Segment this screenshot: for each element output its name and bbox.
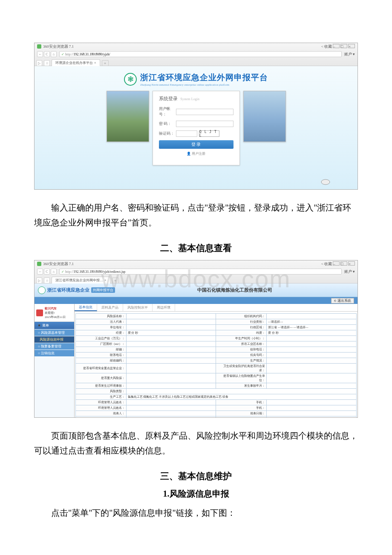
address-bar[interactable]: ✓ http://192.168.31.180:8080/yjzh/redire… (59, 269, 342, 275)
field-value[interactable] (267, 416, 357, 418)
maximize-button[interactable]: □ (340, 44, 347, 48)
field-value[interactable] (126, 373, 216, 383)
sidebar-item-plan[interactable]: ○ 预案备案管理 (35, 343, 74, 350)
field-value[interactable] (126, 353, 216, 358)
field-value[interactable]: 氯氟化工艺 偶氮化工艺 不涉及以上危险工艺过程或国家规定的其他工艺/设备 (126, 394, 356, 400)
field-value[interactable] (126, 336, 216, 341)
tab-close-icon[interactable]: × (94, 61, 96, 65)
field-value[interactable]: 度 分 秒 (267, 330, 357, 336)
field-value[interactable] (267, 314, 357, 319)
field-value[interactable] (126, 411, 216, 416)
tab-3[interactable]: 周边环境 (153, 304, 175, 311)
nav-forward-button[interactable]: C (44, 269, 50, 275)
field-value[interactable] (267, 411, 357, 416)
new-tab-button[interactable]: + (112, 278, 119, 283)
tab-list-button[interactable]: ▷ (36, 278, 42, 283)
welcome-text: 欢迎您! (45, 311, 66, 315)
nav-home-button[interactable]: ⌂ (51, 51, 57, 57)
bookmark-button[interactable]: ☆ (44, 60, 50, 66)
nav-forward-button[interactable]: C (44, 51, 50, 57)
nav-home-button[interactable]: ⌂ (51, 269, 57, 275)
table-row: 环境管理人员姓名：手机： (76, 405, 357, 411)
content-tabs: 基本信息原料及产品风险控制水平周边环境 (75, 304, 357, 312)
field-value[interactable] (126, 347, 216, 353)
field-label: 审核人： (76, 416, 127, 418)
field-value[interactable] (267, 405, 357, 411)
field-value[interactable] (126, 358, 216, 364)
nav-back-button[interactable]: ← (37, 269, 43, 275)
field-label: 邮政编码： (76, 358, 127, 364)
maximize-button[interactable]: □ (340, 261, 347, 266)
user-input[interactable] (176, 109, 233, 115)
exit-button[interactable]: ⎋ 退出系统 (331, 298, 354, 304)
field-value[interactable] (267, 353, 357, 358)
field-value[interactable]: 浙江省 ---请选择--- ---请选择--- (267, 325, 357, 330)
register-link[interactable]: 用户注册 (192, 152, 205, 156)
address-bar[interactable]: ✓ http://192.168.31.180:8080/yjzh/ (59, 51, 342, 57)
field-value[interactable] (267, 358, 357, 364)
bookmark-button[interactable]: ☆ (44, 278, 50, 283)
password-input[interactable] (176, 121, 233, 127)
page-content: 360安全浏览器 7.1 < 收藏 – □ × ← C ⌂ ✓ http://1… (0, 0, 392, 549)
field-value[interactable] (126, 389, 356, 394)
table-row: 单位地址：行政区域：浙江省 ---请选择--- ---请选择--- (76, 325, 357, 330)
field-value[interactable] (126, 400, 216, 405)
field-label: 环境管理人员姓名： (76, 405, 127, 411)
table-row: 环境管理人员姓名：手机： (76, 400, 357, 405)
account-dropdown[interactable]: 账户 ▾ (344, 269, 355, 275)
field-value[interactable] (126, 325, 216, 330)
sidebar-item-basic[interactable]: ○ 风险源基本管理 (35, 330, 74, 336)
minimize-button[interactable]: – (333, 261, 340, 266)
captcha-image[interactable]: Q L J T L (199, 130, 219, 137)
minimize-button[interactable]: – (333, 44, 340, 48)
field-value[interactable] (267, 400, 357, 405)
screenshot-login: 360安全浏览器 7.1 < 收藏 – □ × ← C ⌂ ✓ http://1… (34, 43, 358, 190)
captcha-input[interactable] (176, 130, 198, 137)
mouse-icon (319, 177, 332, 185)
close-button[interactable]: × (348, 44, 355, 48)
menu-title: ◾ 菜单 (35, 322, 74, 329)
field-value[interactable] (267, 336, 357, 341)
table-row: 风险源名称：组织机构代码： (76, 314, 357, 319)
login-panel-subtitle: System Login (180, 97, 199, 101)
field-label: 是否省环境安全重点监管企业： (76, 364, 127, 373)
new-tab-button[interactable]: + (102, 60, 109, 66)
tab-1[interactable]: 原料及产品 (97, 304, 123, 311)
table-row: 是否省环境安全重点监管企业：卫生或安全防护距离是否符合要求： (76, 364, 357, 373)
field-label: 经度： (76, 330, 127, 336)
field-value[interactable] (126, 383, 216, 389)
table-row: 审核人：审核日期： (76, 416, 357, 418)
nav-back-button[interactable]: ← (37, 51, 43, 57)
tab-close-icon[interactable]: × (104, 278, 107, 282)
sidebar-item-report[interactable]: 风险源信息申报 (35, 336, 74, 343)
field-value[interactable] (267, 373, 357, 383)
field-value[interactable] (126, 364, 216, 373)
field-value[interactable] (126, 405, 216, 411)
tab-list-button[interactable]: ▷ (36, 60, 42, 66)
field-value[interactable] (126, 416, 216, 418)
close-button[interactable]: × (348, 261, 355, 266)
field-value[interactable]: ---请选择--- (267, 319, 357, 325)
sidebar-item-cancel[interactable]: ○ 注销信息 (35, 350, 74, 356)
field-label: 所在工业区名称： (216, 341, 267, 347)
account-dropdown[interactable]: 账户 ▾ (344, 52, 355, 57)
app-title: 浙江省环境应急企业外网申报平台 (140, 72, 268, 83)
field-label: 发生事故年月： (216, 383, 267, 389)
field-label: 审核日期： (216, 416, 267, 418)
tab-0[interactable]: 基本信息 (75, 304, 97, 311)
field-value[interactable] (267, 383, 357, 389)
captcha-label: 验证码： (159, 131, 176, 136)
field-value[interactable] (267, 347, 357, 353)
field-label: 传真号码： (216, 353, 267, 358)
field-value[interactable] (126, 341, 216, 347)
browser-tab[interactable]: 浙江省环境应急企业外网申报… × (52, 277, 110, 283)
login-button[interactable]: 登 录 (159, 140, 233, 149)
tab-2[interactable]: 风险控制水平 (123, 304, 153, 311)
field-value[interactable] (126, 314, 216, 319)
field-value[interactable] (267, 364, 357, 373)
field-value[interactable] (267, 341, 357, 347)
browser-tab[interactable]: 环境源企业在线办事平台 × (52, 59, 100, 66)
field-label: 手机： (216, 405, 267, 411)
field-value[interactable] (126, 319, 216, 325)
field-value[interactable]: 度 分 秒 (126, 330, 216, 336)
